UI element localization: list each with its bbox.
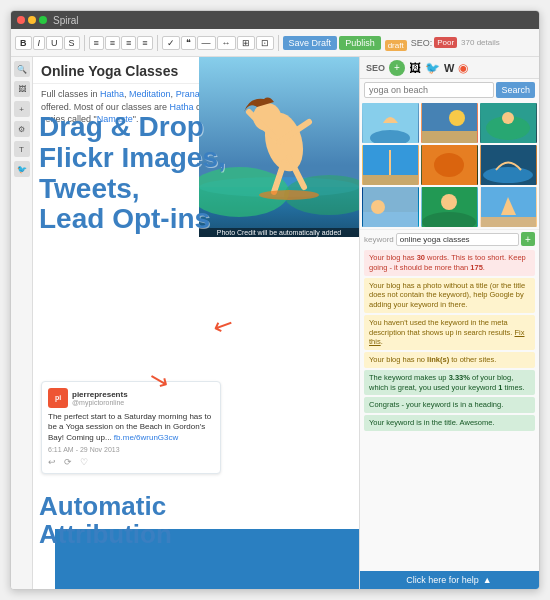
svg-point-16: [449, 110, 465, 126]
seo-twitter-icon[interactable]: 🐦: [425, 61, 440, 75]
link-hatha2[interactable]: Hatha: [169, 102, 193, 112]
format-group: B I U S: [15, 36, 80, 50]
toolbar-separator-2: [157, 35, 158, 51]
auto-attr-line2: Attribution: [39, 520, 172, 549]
align-group: ≡ ≡ ≡ ≡: [89, 36, 153, 50]
align-left-button[interactable]: ≡: [89, 36, 104, 50]
seo-wordpress-icon[interactable]: W: [444, 62, 454, 74]
tweet-time: 6:11 AM - 29 Nov 2013: [48, 446, 214, 453]
seo-header: SEO + 🖼 🐦 W ◉: [360, 57, 539, 79]
tweet-header: pi pierrepresents @mypictoronline: [48, 388, 214, 408]
align-center-button[interactable]: ≡: [105, 36, 120, 50]
keyword-input[interactable]: [396, 233, 519, 246]
overlay-line3: Tweets,: [39, 174, 226, 205]
publish-button[interactable]: Publish: [339, 36, 381, 50]
maximize-dot[interactable]: [39, 16, 47, 24]
seo-status-badge: Poor: [434, 37, 457, 48]
flickr-thumb-8[interactable]: [421, 187, 478, 227]
tweet-reply-icon[interactable]: ↩: [48, 457, 56, 467]
seo-item-7: Your keyword is in the title. Awesome.: [364, 415, 535, 431]
link-button[interactable]: ↔: [217, 36, 236, 50]
list-button[interactable]: ✓: [162, 36, 180, 50]
align-right-button[interactable]: ≡: [121, 36, 136, 50]
seo-details: 370 details: [461, 38, 500, 47]
table-button[interactable]: ⊞: [237, 36, 255, 50]
svg-point-19: [502, 112, 514, 124]
flickr-thumb-2[interactable]: [421, 103, 478, 143]
seo-panel: SEO + 🖼 🐦 W ◉ Search: [359, 57, 539, 589]
svg-point-26: [483, 167, 533, 183]
seo-panel-label: SEO: [366, 63, 385, 73]
seo-item-3: You haven't used the keyword in the meta…: [364, 315, 535, 350]
close-dot[interactable]: [17, 16, 25, 24]
flickr-thumb-4[interactable]: [362, 145, 419, 185]
flickr-search-input[interactable]: [364, 82, 494, 98]
media-button[interactable]: ⊡: [256, 36, 274, 50]
keyword-row: keyword +: [360, 229, 539, 248]
link-namaste[interactable]: Namaste: [97, 114, 133, 124]
bold-button[interactable]: B: [15, 36, 32, 50]
overlay-line4: Lead Opt-ins: [39, 204, 226, 235]
svg-point-24: [434, 153, 464, 177]
sidebar-icon-settings[interactable]: ⚙: [14, 121, 30, 137]
svg-rect-15: [422, 131, 477, 143]
save-draft-button[interactable]: Save Draft: [283, 36, 338, 50]
keyword-add-button[interactable]: +: [521, 232, 535, 246]
help-bar[interactable]: Click here for help ▲: [359, 571, 539, 589]
svg-rect-28: [363, 212, 418, 227]
auto-attr-line1: Automatic: [39, 492, 172, 521]
svg-rect-34: [481, 217, 536, 227]
link-hatha[interactable]: Hatha: [100, 89, 124, 99]
seo-rss-icon[interactable]: ◉: [458, 61, 468, 75]
editor-pane: Online Yoga Classes Full classes in Hath…: [33, 57, 359, 589]
minimize-dot[interactable]: [28, 16, 36, 24]
seo-item-4: Your blog has no link(s) to other sites.: [364, 352, 535, 368]
content-area: 🔍 🖼 + ⚙ T 🐦 Online Yoga Classes Full cla…: [11, 57, 539, 589]
svg-rect-21: [363, 175, 418, 185]
left-sidebar: 🔍 🖼 + ⚙ T 🐦: [11, 57, 33, 589]
hr-button[interactable]: —: [197, 36, 216, 50]
flickr-thumb-9[interactable]: [480, 187, 537, 227]
sidebar-icon-search[interactable]: 🔍: [14, 61, 30, 77]
tweet-user-info: pierrepresents @mypictoronline: [72, 390, 128, 406]
seo-item-1: Your blog has 30 words. This is too shor…: [364, 250, 535, 276]
strikethrough-button[interactable]: S: [64, 36, 80, 50]
sidebar-icon-bird[interactable]: 🐦: [14, 161, 30, 177]
sidebar-icon-text[interactable]: T: [14, 141, 30, 157]
seo-label: SEO:: [411, 38, 433, 48]
flickr-search-row: Search: [360, 79, 539, 101]
flickr-search-button[interactable]: Search: [496, 82, 535, 98]
app-title: Spiral: [53, 15, 79, 26]
tweet-link[interactable]: fb.me/6wrunG3cw: [114, 433, 178, 442]
editor-toolbar: B I U S ≡ ≡ ≡ ≡ ✓ ❝ — ↔ ⊞ ⊡ Save Draft P…: [11, 29, 539, 57]
flickr-thumb-7[interactable]: [362, 187, 419, 227]
flickr-thumb-5[interactable]: [421, 145, 478, 185]
seo-item-6: Congrats - your keyword is in a heading.: [364, 397, 535, 413]
tweet-retweet-icon[interactable]: ⟳: [64, 457, 72, 467]
overlay-drag-drop: Drag & Drop Flickr Images, Tweets, Lead …: [39, 112, 226, 235]
fix-link[interactable]: Fix this: [369, 328, 525, 347]
help-bar-text: Click here for help: [406, 575, 479, 585]
flickr-thumb-6[interactable]: [480, 145, 537, 185]
window-controls: [17, 16, 47, 24]
flickr-thumb-1[interactable]: [362, 103, 419, 143]
seo-checklist: Your blog has 30 words. This is too shor…: [360, 248, 539, 433]
tweet-username: pierrepresents: [72, 390, 128, 399]
sidebar-icon-add[interactable]: +: [14, 101, 30, 117]
quote-button[interactable]: ❝: [181, 36, 196, 50]
align-justify-button[interactable]: ≡: [137, 36, 152, 50]
tweet-embed: pi pierrepresents @mypictoronline The pe…: [41, 381, 221, 474]
seo-image-icon[interactable]: 🖼: [409, 61, 421, 75]
seo-item-5: The keyword makes up 3.33% of your blog,…: [364, 370, 535, 396]
overlay-line2: Flickr Images,: [39, 143, 226, 174]
sidebar-icon-image[interactable]: 🖼: [14, 81, 30, 97]
link-meditation[interactable]: Meditation: [129, 89, 171, 99]
underline-button[interactable]: U: [46, 36, 63, 50]
toolbar-separator-3: [278, 35, 279, 51]
italic-button[interactable]: I: [33, 36, 46, 50]
help-chevron-icon: ▲: [483, 575, 492, 585]
svg-point-29: [371, 200, 385, 214]
tweet-like-icon[interactable]: ♡: [80, 457, 88, 467]
flickr-thumb-3[interactable]: [480, 103, 537, 143]
seo-plus-btn[interactable]: +: [389, 60, 405, 76]
